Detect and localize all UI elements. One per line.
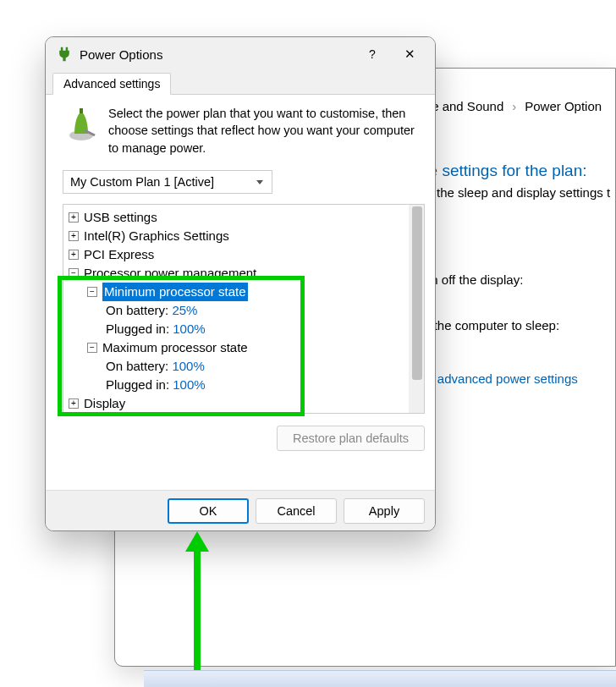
tree-item-multimedia[interactable]: +Multimedia settings (69, 413, 405, 414)
setting-label: ut the computer to sleep: (420, 318, 559, 333)
annotation-arrow-head (185, 531, 209, 552)
breadcrumb-current[interactable]: Power Option (525, 99, 602, 113)
setting-row-sleep: ut the computer to sleep: 45 m (420, 318, 559, 333)
dialog-title: Power Options (80, 47, 354, 62)
collapse-icon[interactable]: − (69, 268, 79, 278)
page-heading: ge settings for the plan: (420, 162, 587, 180)
battery-icon (63, 105, 100, 142)
value-link: 100% (173, 320, 205, 338)
intro-text: Select the power plan that you want to c… (108, 105, 425, 157)
tree-item-usb[interactable]: +USB settings (69, 208, 405, 227)
expand-icon[interactable]: + (69, 212, 79, 223)
power-plan-select[interactable]: My Custom Plan 1 [Active] (63, 170, 272, 194)
restore-defaults-button[interactable]: Restore plan defaults (277, 426, 425, 451)
value-link: 100% (172, 357, 204, 376)
advanced-settings-link[interactable]: ge advanced power settings (420, 371, 578, 386)
tree-item-max-processor-state[interactable]: −Maximum processor state (69, 338, 405, 357)
dialog-body: Select the power plan that you want to c… (46, 95, 435, 490)
collapse-icon[interactable]: − (87, 343, 97, 353)
value-link: 100% (173, 376, 205, 394)
titlebar: Power Options ? ✕ (46, 37, 435, 71)
annotation-arrow-shaft (194, 550, 201, 673)
tree-item-intel-graphics[interactable]: +Intel(R) Graphics Settings (69, 227, 405, 245)
power-plug-icon (56, 46, 73, 63)
expand-icon[interactable]: + (69, 231, 79, 241)
tree-item-max-on-battery[interactable]: On battery: 100% (69, 357, 405, 376)
apply-button[interactable]: Apply (344, 498, 425, 524)
tree-item-min-on-battery[interactable]: On battery: 25% (69, 301, 405, 320)
breadcrumb: ware and Sound › Power Option (411, 99, 602, 113)
expand-icon[interactable]: + (69, 250, 79, 260)
help-button[interactable]: ? (354, 37, 391, 71)
power-plan-selected: My Custom Plan 1 [Active] (70, 175, 214, 189)
tree-item-processor-power[interactable]: −Processor power management (69, 264, 405, 283)
tab-advanced-settings[interactable]: Advanced settings (52, 73, 171, 95)
intro-section: Select the power plan that you want to c… (63, 105, 425, 157)
tree-item-max-plugged-in[interactable]: Plugged in: 100% (69, 376, 405, 394)
tree-item-min-processor-state[interactable]: −Minimum processor state (69, 283, 405, 301)
power-options-dialog: Power Options ? ✕ Advanced settings Sele… (45, 36, 436, 531)
tree-item-min-plugged-in[interactable]: Plugged in: 100% (69, 320, 405, 338)
ok-button[interactable]: OK (168, 498, 249, 524)
settings-tree: +USB settings +Intel(R) Graphics Setting… (63, 204, 425, 414)
close-button[interactable]: ✕ (391, 37, 428, 71)
svg-rect-1 (80, 108, 83, 113)
tab-strip: Advanced settings (46, 71, 435, 95)
scrollbar-thumb[interactable] (412, 206, 422, 380)
expand-icon[interactable]: + (69, 398, 79, 409)
value-link: 25% (172, 301, 197, 320)
cancel-button[interactable]: Cancel (256, 498, 337, 524)
taskbar (144, 670, 616, 687)
page-subheading: se the sleep and display settings t (420, 185, 610, 200)
tree-item-pci-express[interactable]: +PCI Express (69, 245, 405, 264)
collapse-icon[interactable]: − (87, 287, 97, 297)
scrollbar[interactable] (409, 205, 424, 413)
dialog-button-bar: OK Cancel Apply (46, 490, 435, 530)
chevron-right-icon: › (512, 99, 516, 113)
tree-item-display[interactable]: +Display (69, 394, 405, 413)
